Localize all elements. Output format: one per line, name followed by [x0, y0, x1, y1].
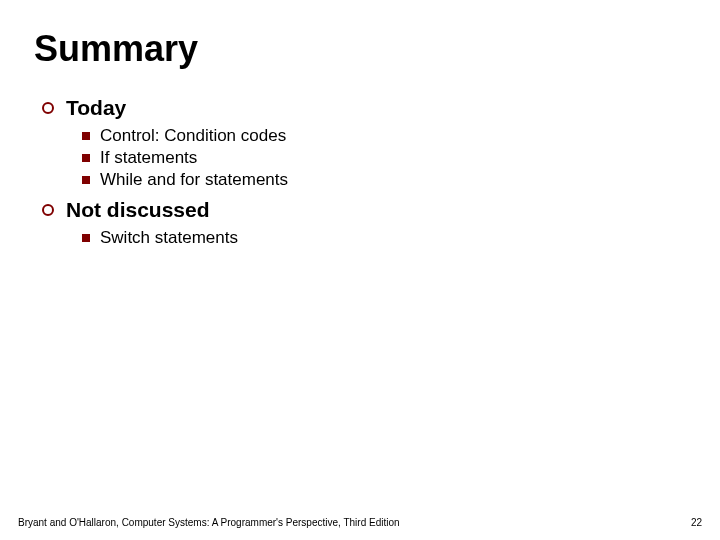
section-items: Switch statements — [82, 228, 686, 248]
item-text: Switch statements — [100, 228, 238, 248]
square-bullet-icon — [82, 234, 90, 242]
footer: Bryant and O'Hallaron, Computer Systems:… — [0, 517, 720, 528]
square-bullet-icon — [82, 176, 90, 184]
footer-attribution: Bryant and O'Hallaron, Computer Systems:… — [18, 517, 400, 528]
section-not-discussed: Not discussed Switch statements — [42, 198, 686, 248]
section-head: Not discussed — [42, 198, 686, 222]
list-item: If statements — [82, 148, 686, 168]
item-text: If statements — [100, 148, 197, 168]
item-text: Control: Condition codes — [100, 126, 286, 146]
section-items: Control: Condition codes If statements W… — [82, 126, 686, 190]
square-bullet-icon — [82, 132, 90, 140]
list-item: Switch statements — [82, 228, 686, 248]
slide: Summary Today Control: Condition codes I… — [0, 0, 720, 540]
section-heading: Today — [66, 96, 126, 120]
list-item: While and for statements — [82, 170, 686, 190]
circle-bullet-icon — [42, 102, 54, 114]
circle-bullet-icon — [42, 204, 54, 216]
section-heading: Not discussed — [66, 198, 210, 222]
item-text: While and for statements — [100, 170, 288, 190]
slide-title: Summary — [34, 28, 686, 70]
list-item: Control: Condition codes — [82, 126, 686, 146]
square-bullet-icon — [82, 154, 90, 162]
section-today: Today Control: Condition codes If statem… — [42, 96, 686, 190]
section-head: Today — [42, 96, 686, 120]
page-number: 22 — [691, 517, 702, 528]
